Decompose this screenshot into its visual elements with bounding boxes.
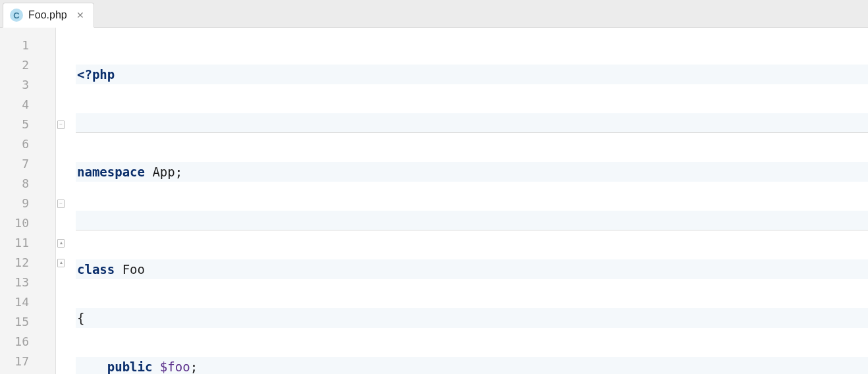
line-number: 8 bbox=[0, 174, 55, 194]
class-icon: C bbox=[10, 9, 23, 22]
fold-collapse-icon[interactable]: − bbox=[57, 120, 65, 129]
fold-row: ▴ bbox=[56, 253, 76, 273]
fold-row bbox=[56, 55, 76, 75]
code-editor[interactable]: 1234567891011121314151617 −−▴▴ <?php nam… bbox=[0, 28, 868, 374]
line-number-gutter: 1234567891011121314151617 bbox=[0, 28, 56, 374]
fold-row bbox=[56, 154, 76, 174]
line-number: 10 bbox=[0, 213, 55, 233]
fold-row bbox=[56, 273, 76, 292]
fold-row: − bbox=[56, 115, 76, 134]
fold-row bbox=[56, 95, 76, 115]
line-number: 5 bbox=[0, 115, 55, 134]
line-number: 2 bbox=[0, 55, 55, 75]
fold-row bbox=[56, 332, 76, 352]
fold-row bbox=[56, 352, 76, 371]
fold-end-icon[interactable]: ▴ bbox=[57, 259, 65, 267]
line-number: 11 bbox=[0, 233, 55, 253]
line-number: 9 bbox=[0, 194, 55, 213]
fold-column: −−▴▴ bbox=[56, 28, 76, 374]
php-open-tag: <?php bbox=[77, 67, 115, 82]
close-icon[interactable]: ✕ bbox=[76, 11, 84, 20]
line-number: 7 bbox=[0, 154, 55, 174]
line-number: 13 bbox=[0, 273, 55, 292]
tab-filename: Foo.php bbox=[28, 9, 67, 21]
line-number: 15 bbox=[0, 312, 55, 332]
code-area[interactable]: <?php namespace App; class Foo { public … bbox=[76, 28, 868, 374]
namespace-keyword: namespace bbox=[77, 165, 145, 179]
namespace-name: App bbox=[152, 165, 175, 179]
line-number: 16 bbox=[0, 332, 55, 352]
fold-row bbox=[56, 75, 76, 95]
line-number: 3 bbox=[0, 75, 55, 95]
fold-row bbox=[56, 134, 76, 154]
line-number: 4 bbox=[0, 95, 55, 115]
line-number: 6 bbox=[0, 134, 55, 154]
fold-row: ▴ bbox=[56, 233, 76, 253]
fold-row bbox=[56, 36, 76, 55]
tab-bar: C Foo.php ✕ bbox=[0, 0, 868, 28]
tab-active[interactable]: C Foo.php ✕ bbox=[3, 3, 94, 28]
line-number: 14 bbox=[0, 292, 55, 312]
class-name: Foo bbox=[122, 262, 145, 277]
line-number: 17 bbox=[0, 352, 55, 371]
line-number: 1 bbox=[0, 36, 55, 55]
fold-row bbox=[56, 174, 76, 194]
fold-row bbox=[56, 213, 76, 233]
line-number: 12 bbox=[0, 253, 55, 273]
property-foo: $foo bbox=[160, 360, 190, 374]
fold-collapse-icon[interactable]: − bbox=[57, 200, 65, 208]
fold-row bbox=[56, 292, 76, 312]
fold-end-icon[interactable]: ▴ bbox=[57, 239, 65, 248]
class-keyword: class bbox=[77, 262, 115, 277]
fold-row bbox=[56, 312, 76, 332]
fold-row: − bbox=[56, 194, 76, 213]
